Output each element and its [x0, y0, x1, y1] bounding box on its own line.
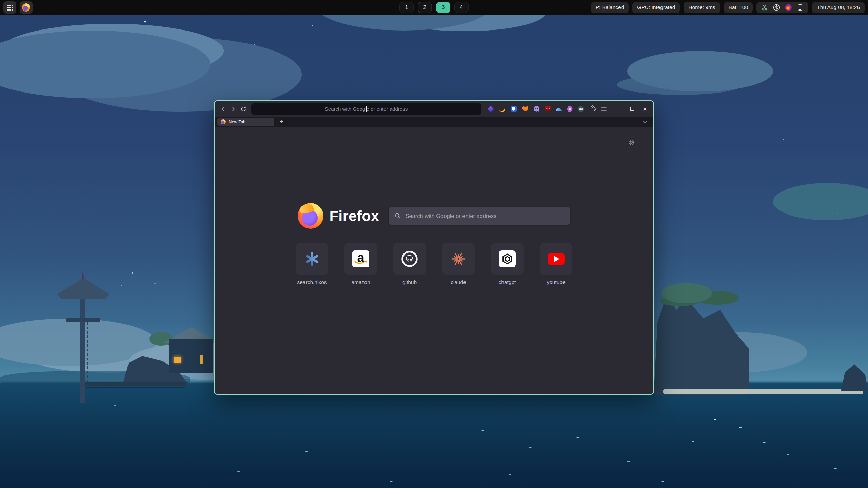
newtab-search-placeholder: Search with Google or enter address: [405, 213, 496, 219]
shortcut-label: github: [402, 279, 417, 285]
extension-icons-row: uO *: [487, 106, 607, 113]
firefox-launcher-button[interactable]: [20, 1, 33, 14]
phone-icon[interactable]: [797, 4, 804, 11]
amazon-tile[interactable]: a: [344, 243, 377, 275]
apps-grid-icon: [7, 5, 9, 6]
wallpaper-cloud: [0, 30, 210, 98]
wallpaper-watchtower: [87, 322, 88, 387]
top-status-bar: 1 2 3 4 P: Balanced GPU: Integrated Home…: [0, 0, 868, 15]
shortcut-amazon[interactable]: a amazon: [344, 243, 377, 285]
tab-title: New Tab: [229, 119, 245, 124]
reload-button[interactable]: [238, 104, 249, 114]
back-button[interactable]: [218, 104, 228, 114]
wallpaper-hut: [169, 339, 213, 373]
wallpaper-watchtower: [82, 270, 84, 279]
github-octocat-icon: [401, 250, 418, 267]
shortcut-label: youtube: [547, 279, 565, 285]
wallpaper-cliff: [654, 291, 749, 395]
shortcut-label: search.nixos: [297, 279, 327, 285]
wallpaper-trees: [661, 283, 712, 303]
tab-bar: New Tab +: [215, 117, 653, 127]
wallpaper-lit-window: [200, 355, 203, 364]
shortcut-label: chatgpt: [499, 279, 516, 285]
wallpaper-lit-window: [174, 357, 181, 363]
newtab-search-input[interactable]: Search with Google or enter address: [389, 207, 570, 225]
personalize-gear-icon[interactable]: [627, 138, 636, 147]
purple-hex-icon[interactable]: *: [567, 106, 573, 112]
wallpaper-watchtower: [57, 278, 110, 299]
shortcut-claude[interactable]: claude: [442, 243, 475, 285]
workspace-2-button[interactable]: 2: [418, 2, 432, 13]
dark-sphere-icon[interactable]: [499, 106, 506, 113]
youtube-tile[interactable]: [540, 243, 572, 275]
workspace-4-button[interactable]: 4: [455, 2, 469, 13]
wallpaper-cloud: [627, 51, 773, 92]
ublock-glyph: uO: [546, 107, 550, 110]
extensions-puzzle-icon[interactable]: [589, 106, 596, 113]
workspace-switcher: 1 2 3 4: [400, 0, 469, 15]
ghostery-icon[interactable]: [533, 106, 540, 113]
newtab-page: Firefox Search with Google or enter addr…: [215, 127, 653, 394]
gpu-pill[interactable]: GPU: Integrated: [632, 2, 680, 13]
shortcut-chatgpt[interactable]: chatgpt: [491, 243, 524, 285]
shortcut-youtube[interactable]: youtube: [540, 243, 572, 285]
status-pills-group: P: Balanced GPU: Integrated Home: 9ms Ba…: [591, 2, 865, 13]
launcher-group: [3, 1, 33, 14]
ping-pill[interactable]: Home: 9ms: [684, 2, 720, 13]
workspace-3-button[interactable]: 3: [436, 2, 450, 13]
forward-button[interactable]: [228, 104, 238, 114]
list-all-tabs-chevron[interactable]: [641, 118, 649, 126]
workspace-1-button[interactable]: 1: [400, 2, 414, 13]
bluetooth-icon[interactable]: [773, 4, 780, 11]
shortcut-github[interactable]: github: [393, 243, 426, 285]
masked-face-icon[interactable]: [577, 106, 584, 113]
menu-hamburger-icon[interactable]: [600, 106, 607, 113]
navigation-toolbar: Search with Google or enter address uO *…: [215, 101, 653, 117]
bitwarden-icon[interactable]: [510, 106, 517, 113]
flameshot-icon[interactable]: [785, 4, 792, 11]
purple-gem-icon[interactable]: [487, 106, 494, 113]
wallpaper-watchtower: [80, 284, 85, 403]
minimize-button[interactable]: [614, 104, 624, 114]
scissors-icon[interactable]: [761, 4, 768, 11]
shortcut-tiles-row: search.nixos a amazon: [215, 243, 653, 285]
clock-pill[interactable]: Thu Aug 08, 18:26: [812, 2, 865, 13]
urlbar-input[interactable]: Search with Google or enter address: [251, 103, 481, 115]
power-profile-pill[interactable]: P: Balanced: [591, 2, 629, 13]
text-caret: [366, 106, 367, 112]
blue-arc-icon[interactable]: [555, 106, 562, 113]
wallpaper-beach: [663, 389, 863, 394]
window-controls: ×: [614, 104, 650, 114]
battery-pill[interactable]: Bat: 100: [724, 2, 753, 13]
tab-new-tab[interactable]: New Tab: [217, 118, 274, 126]
hex-glyph: *: [569, 107, 571, 113]
nixos-snowflake-icon: [304, 251, 320, 267]
close-button[interactable]: ×: [640, 104, 650, 114]
claude-tile[interactable]: [442, 243, 475, 275]
amazon-icon: a: [352, 250, 369, 267]
chatgpt-tile[interactable]: [491, 243, 524, 275]
ublock-icon[interactable]: uO: [545, 106, 551, 112]
shortcut-search-nixos[interactable]: search.nixos: [296, 243, 328, 285]
newtab-hero: Firefox Search with Google or enter addr…: [215, 203, 653, 229]
shortcut-label: amazon: [351, 279, 370, 285]
firefox-window: Search with Google or enter address uO *…: [214, 100, 654, 395]
openai-knot-icon: [499, 250, 516, 267]
metamask-icon[interactable]: [522, 106, 529, 113]
shortcut-label: claude: [451, 279, 466, 285]
github-tile[interactable]: [393, 243, 426, 275]
apps-launcher-button[interactable]: [3, 1, 16, 14]
wallpaper-watchtower: [66, 318, 100, 322]
wallpaper-dock: [85, 382, 186, 386]
maximize-button[interactable]: [627, 104, 637, 114]
wallpaper-cloud: [773, 183, 868, 220]
system-tray: [756, 2, 808, 13]
claude-starburst-icon: [450, 251, 467, 267]
firefox-logo: [298, 203, 323, 229]
youtube-play-icon: [548, 253, 565, 265]
new-tab-button[interactable]: +: [277, 118, 286, 126]
nixos-tile[interactable]: [296, 243, 328, 275]
wallpaper-rock: [841, 364, 868, 391]
firefox-icon: [22, 3, 30, 12]
firefox-favicon: [221, 119, 226, 124]
